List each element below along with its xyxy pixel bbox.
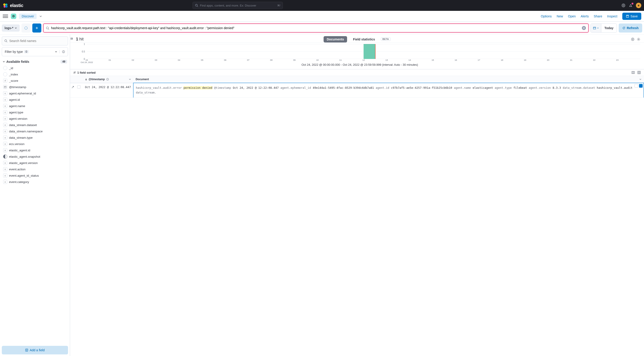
plus-icon: [35, 26, 38, 30]
histogram-chart[interactable]: 00.51 24Oct 24, 202201 02 03 04 05 06 07…: [70, 43, 644, 69]
chevron-down-icon[interactable]: [39, 15, 42, 18]
sort-indicator[interactable]: 1 field sorted: [73, 71, 96, 74]
field-item[interactable]: kecs.version: [2, 141, 68, 147]
field-name-label: agent.name: [9, 104, 25, 108]
field-item[interactable]: kelastic_agent.id: [2, 147, 68, 154]
field-item[interactable]: kagent.type: [2, 109, 68, 116]
tab-field-statistics[interactable]: Field statistics: [350, 36, 378, 42]
field-item[interactable]: kevent.category: [2, 179, 68, 185]
add-field-button[interactable]: Add a field: [2, 346, 68, 354]
field-name-label: elastic_agent.version: [9, 161, 38, 165]
add-filter-button[interactable]: [32, 24, 41, 32]
svg-point-32: [632, 39, 633, 40]
save-button[interactable]: Save: [622, 13, 641, 20]
table-row[interactable]: Oct 24, 2022 @ 12:22:08.447 hashicorp_va…: [70, 83, 644, 97]
query-input[interactable]: [51, 26, 580, 30]
fullscreen-icon[interactable]: [637, 71, 641, 74]
field-type-icon: k: [3, 148, 7, 152]
field-type-icon: k: [3, 136, 7, 140]
query-input-wrapper: [43, 24, 589, 32]
copy-icon[interactable]: [634, 84, 638, 88]
date-picker[interactable]: Today: [590, 24, 617, 32]
svg-rect-37: [638, 71, 640, 74]
documents-table: @timestamp Document: [70, 76, 644, 98]
svg-rect-34: [632, 72, 634, 74]
field-item[interactable]: elastic_agent.snapshot: [2, 154, 68, 160]
collapse-sidebar-icon[interactable]: [70, 37, 74, 40]
new-link[interactable]: New: [557, 14, 563, 18]
tab-documents[interactable]: Documents: [324, 36, 347, 42]
alerts-link[interactable]: Alerts: [581, 14, 589, 18]
chart-options-icon[interactable]: [631, 38, 634, 41]
field-item[interactable]: @timestamp: [2, 84, 68, 90]
inspect-link[interactable]: Inspect: [607, 14, 617, 18]
available-fields-header[interactable]: Available fields 49: [2, 58, 68, 65]
share-link[interactable]: Share: [594, 14, 602, 18]
histogram-bar[interactable]: [364, 44, 375, 59]
field-item[interactable]: kdata_stream.dataset: [2, 122, 68, 128]
open-link[interactable]: Open: [568, 14, 576, 18]
col-timestamp[interactable]: @timestamp: [83, 76, 133, 83]
newsfeed-icon[interactable]: [629, 4, 633, 8]
field-search[interactable]: [2, 36, 68, 46]
options-link[interactable]: Options: [541, 14, 552, 18]
field-item[interactable]: kdata_stream.type: [2, 134, 68, 141]
nav-toggle-icon[interactable]: [3, 14, 8, 19]
date-quick-select[interactable]: [591, 24, 601, 32]
cell-document[interactable]: hashicorp_vault.audit.error permission d…: [133, 83, 644, 97]
field-search-input[interactable]: [9, 39, 66, 43]
field-item[interactable]: #_score: [2, 78, 68, 84]
date-range-label[interactable]: Today: [601, 26, 617, 30]
clock-icon: [106, 78, 109, 81]
field-type-icon: k: [3, 110, 7, 114]
brand-logo[interactable]: elastic: [3, 3, 23, 8]
field-item[interactable]: kagent.id: [2, 96, 68, 103]
chart-plot: [87, 44, 640, 59]
field-item[interactable]: kagent.ephemeral_id: [2, 90, 68, 96]
refresh-button[interactable]: Refresh: [619, 24, 642, 32]
field-item[interactable]: kevent.action: [2, 166, 68, 172]
search-icon: [4, 39, 8, 42]
search-icon: [195, 4, 198, 7]
field-item[interactable]: kdata_stream.namespace: [2, 128, 68, 134]
field-item[interactable]: kagent.name: [2, 103, 68, 109]
field-list[interactable]: _id_index#_score@timestampkagent.ephemer…: [2, 65, 68, 344]
lens-icon: [25, 348, 28, 352]
query-bar: logs-* Today Refresh: [0, 22, 644, 34]
field-name-label: agent.version: [9, 117, 27, 120]
expand-cell-icon[interactable]: [639, 84, 643, 88]
field-item[interactable]: kelastic_agent.version: [2, 160, 68, 166]
row-checkbox[interactable]: [77, 86, 80, 88]
filter-by-type[interactable]: Filter by type 0: [2, 47, 68, 56]
filter-menu-button[interactable]: [22, 24, 30, 32]
global-search[interactable]: ⌘/: [192, 2, 283, 9]
space-selector[interactable]: D: [11, 14, 16, 19]
clear-query-button[interactable]: [582, 26, 586, 30]
field-type-icon: k: [3, 142, 7, 146]
global-search-input[interactable]: [200, 4, 276, 7]
svg-point-7: [623, 5, 624, 6]
field-type-icon: k: [3, 180, 7, 184]
notification-dot: [632, 3, 634, 4]
calendar-icon: [593, 26, 596, 30]
field-item[interactable]: _index: [2, 71, 68, 78]
chart-caption: Oct 24, 2022 @ 00:00:00.000 - Oct 24, 20…: [79, 62, 640, 68]
field-item[interactable]: kevent.agent_id_status: [2, 172, 68, 179]
dataview-selector[interactable]: logs-*: [2, 24, 20, 32]
table-toolbar: 1 field sorted: [70, 69, 644, 76]
chart-x-axis: 24Oct 24, 202201 02 03 04 05 06 07 08 09…: [87, 59, 640, 62]
field-name-label: _id: [9, 66, 13, 70]
breadcrumb-current[interactable]: Discover: [19, 14, 36, 19]
field-item[interactable]: _id: [2, 65, 68, 71]
chevron-down-icon: [55, 50, 57, 53]
columns-icon[interactable]: [631, 71, 635, 74]
available-fields-label: Available fields: [6, 60, 29, 64]
expand-row-icon[interactable]: [72, 86, 74, 88]
filter-info-icon[interactable]: [60, 50, 65, 53]
brand-wordmark: elastic: [10, 3, 23, 8]
field-item[interactable]: kagent.version: [2, 116, 68, 122]
help-icon[interactable]: [622, 4, 626, 8]
col-document[interactable]: Document: [133, 76, 644, 83]
user-avatar[interactable]: e: [636, 3, 641, 8]
settings-icon[interactable]: [637, 38, 640, 41]
